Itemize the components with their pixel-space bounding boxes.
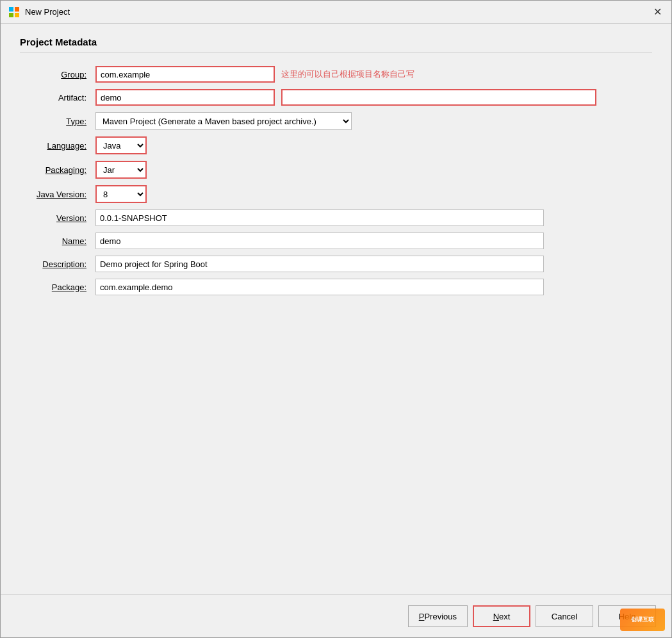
dialog-title: New Project <box>25 7 70 17</box>
next-button[interactable]: Next <box>473 605 530 627</box>
svg-rect-2 <box>9 13 13 17</box>
language-label: Language: <box>20 141 90 151</box>
form-grid: Group: 这里的可以自己根据项目名称自己写 Artifact: Type: … <box>20 66 596 295</box>
artifact-input[interactable] <box>95 89 275 106</box>
dialog-content: Project Metadata Group: 这里的可以自己根据项目名称自己写… <box>1 24 671 594</box>
dialog-footer: PPrevious Next Cancel Help <box>1 594 671 637</box>
previous-label: PPrevious <box>419 612 457 621</box>
version-input[interactable] <box>95 209 544 226</box>
group-annotation: 这里的可以自己根据项目名称自己写 <box>281 69 414 80</box>
cancel-button[interactable]: Cancel <box>536 605 593 627</box>
watermark: 创课互联 <box>620 609 665 631</box>
description-label: Description: <box>20 259 90 269</box>
cancel-label: Cancel <box>552 612 577 621</box>
artifact-label: Artifact: <box>20 93 90 102</box>
version-label: Version: <box>20 213 90 223</box>
name-label: Name: <box>20 236 90 246</box>
package-input[interactable] <box>95 279 544 295</box>
svg-rect-3 <box>15 13 19 17</box>
java-version-label: Java Version: <box>20 190 90 199</box>
name-input[interactable] <box>95 233 544 249</box>
title-bar: New Project ✕ <box>1 1 671 24</box>
java-version-container: 8 11 17 <box>95 185 596 203</box>
packaging-label: Packaging: <box>20 165 90 175</box>
description-input[interactable] <box>95 256 544 272</box>
packaging-container: Jar War <box>95 161 596 179</box>
language-container: Java Kotlin Groovy <box>95 136 596 154</box>
type-label: Type: <box>20 117 90 126</box>
type-container: Maven Project (Generate a Maven based pr… <box>95 112 596 130</box>
new-project-dialog: New Project ✕ Project Metadata Group: 这里… <box>0 0 672 638</box>
java-version-select[interactable]: 8 11 17 <box>95 185 147 203</box>
close-button[interactable]: ✕ <box>651 6 664 19</box>
svg-rect-1 <box>15 7 19 12</box>
title-bar-left: New Project <box>8 6 70 18</box>
group-label: Group: <box>20 70 90 79</box>
section-title: Project Metadata <box>20 37 652 53</box>
app-icon <box>8 6 20 18</box>
packaging-select[interactable]: Jar War <box>95 161 147 179</box>
language-select[interactable]: Java Kotlin Groovy <box>95 136 147 154</box>
artifact-second-input[interactable] <box>281 89 596 106</box>
previous-button[interactable]: PPrevious <box>408 605 468 627</box>
artifact-row <box>95 89 596 106</box>
group-input[interactable] <box>95 66 275 83</box>
group-row: 这里的可以自己根据项目名称自己写 <box>95 66 596 83</box>
type-select[interactable]: Maven Project (Generate a Maven based pr… <box>95 112 352 130</box>
next-label: Next <box>493 612 511 621</box>
svg-rect-0 <box>9 7 13 12</box>
package-label: Package: <box>20 282 90 292</box>
